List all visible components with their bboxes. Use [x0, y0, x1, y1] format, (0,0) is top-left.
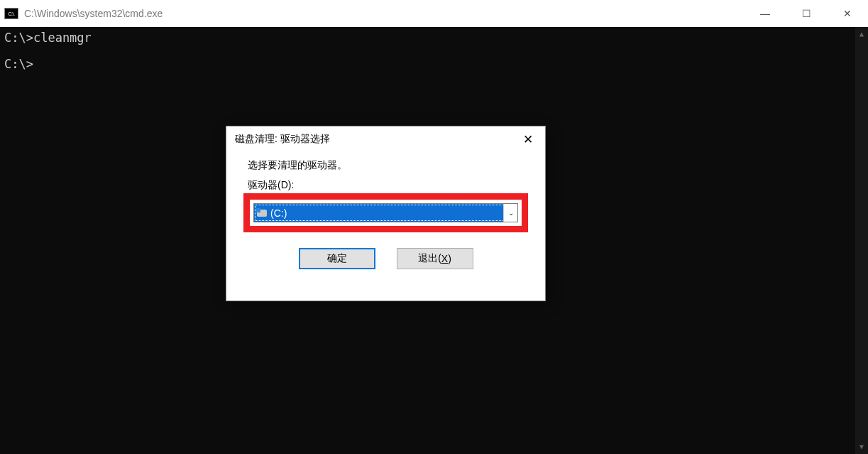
maximize-button[interactable]: ☐ [786, 0, 827, 27]
close-button[interactable]: ✕ [827, 0, 868, 27]
drive-icon [256, 208, 268, 218]
cmd-titlebar[interactable]: C:\. C:\Windows\system32\cmd.exe — ☐ ✕ [0, 0, 868, 27]
scroll-up-icon[interactable]: ▲ [855, 27, 868, 41]
exit-button-label-prefix: 退出( [418, 252, 441, 265]
window-controls: — ☐ ✕ [745, 0, 868, 27]
dialog-titlebar[interactable]: 磁盘清理: 驱动器选择 ✕ [226, 126, 545, 152]
dialog-buttons: 确定 退出(X) [248, 248, 524, 269]
exit-button-accelerator: X [441, 253, 448, 264]
ok-button[interactable]: 确定 [299, 248, 375, 269]
dialog-title: 磁盘清理: 驱动器选择 [235, 133, 511, 146]
drive-label: 驱动器(D): [248, 179, 524, 192]
cmd-prompt: C:\> [4, 56, 864, 72]
drive-select-dialog: 磁盘清理: 驱动器选择 ✕ 选择要清理的驱动器。 驱动器(D): (C:) ⌄ … [226, 126, 546, 301]
dialog-message: 选择要清理的驱动器。 [248, 159, 524, 172]
minimize-button[interactable]: — [745, 0, 786, 27]
annotation-highlight: (C:) ⌄ [243, 193, 528, 232]
exit-button-label-suffix: ) [448, 253, 451, 264]
drive-selected-text: (C:) [270, 207, 287, 219]
cmd-title: C:\Windows\system32\cmd.exe [24, 8, 745, 19]
exit-button[interactable]: 退出(X) [397, 248, 473, 269]
cmd-icon: C:\. [4, 8, 18, 19]
cmd-line: C:\>cleanmgr [4, 30, 864, 46]
dialog-body: 选择要清理的驱动器。 驱动器(D): (C:) ⌄ 确定 退出(X) [226, 152, 545, 269]
scroll-down-icon[interactable]: ▼ [855, 440, 868, 454]
drive-select[interactable]: (C:) ⌄ [253, 203, 518, 222]
dialog-close-button[interactable]: ✕ [511, 126, 545, 152]
chevron-down-icon[interactable]: ⌄ [503, 204, 517, 222]
scrollbar[interactable]: ▲ ▼ [855, 27, 868, 454]
